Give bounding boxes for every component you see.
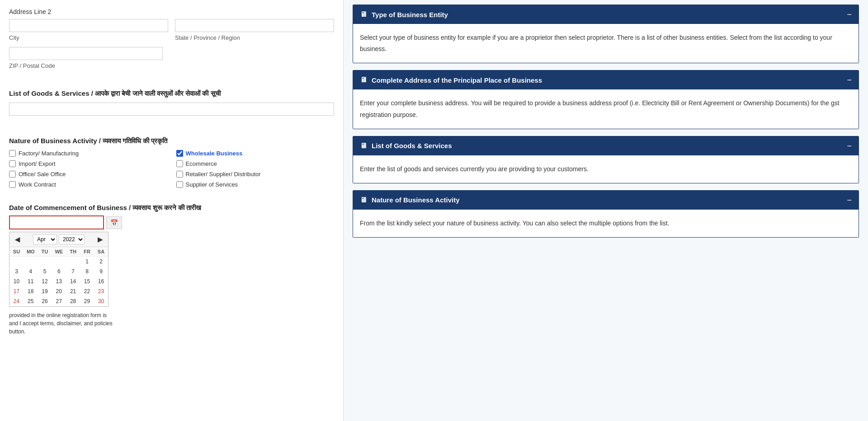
- cal-day[interactable]: 27: [52, 296, 66, 306]
- card-nature-title: Nature of Business Activity: [372, 196, 460, 204]
- wholesale-label: Wholesale Business: [186, 150, 243, 157]
- cal-day[interactable]: 16: [94, 276, 108, 286]
- cal-day[interactable]: 30: [94, 296, 108, 306]
- cal-day[interactable]: 5: [38, 267, 52, 276]
- calendar-prev-button[interactable]: ◀: [13, 236, 22, 243]
- city-label: City: [9, 34, 168, 41]
- calendar-selects: JanFebMarApr MayJunJulAug SepOctNovDec 2…: [33, 234, 85, 244]
- cal-day[interactable]: 17: [9, 286, 24, 296]
- cal-day[interactable]: 29: [80, 296, 94, 306]
- wholesale-checkbox[interactable]: [176, 150, 183, 157]
- factory-checkbox[interactable]: [9, 150, 16, 157]
- checkbox-import[interactable]: Import/ Export: [9, 160, 167, 167]
- day-header-th: TH: [66, 247, 80, 257]
- cal-day[interactable]: 11: [24, 276, 38, 286]
- date-input[interactable]: [9, 215, 104, 229]
- cal-day[interactable]: 1: [80, 257, 94, 267]
- state-label: State / Province / Region: [175, 34, 334, 41]
- calendar-popup: ◀ JanFebMarApr MayJunJulAug SepOctNovDec…: [9, 232, 108, 307]
- date-title: Date of Commencement of Business / व्यवस…: [9, 204, 334, 212]
- collapse-button-goods[interactable]: −: [847, 142, 852, 150]
- cal-day[interactable]: 18: [24, 286, 38, 296]
- card-nature-header-left: 🖥 Nature of Business Activity: [360, 196, 460, 204]
- collapse-button-nature[interactable]: −: [847, 196, 852, 204]
- cal-day[interactable]: 19: [38, 286, 52, 296]
- cal-day[interactable]: [66, 257, 80, 267]
- calendar-icon-button[interactable]: 📅: [106, 216, 122, 229]
- day-header-sa: SA: [94, 247, 108, 257]
- goods-services-section: List of Goods & Services / आपके द्वारा ब…: [9, 77, 334, 125]
- collapse-button-address[interactable]: −: [847, 76, 852, 84]
- cal-day[interactable]: 26: [38, 296, 52, 306]
- year-select[interactable]: 202020212022 20232024: [59, 234, 85, 244]
- cal-day[interactable]: [52, 257, 66, 267]
- card-address-header-left: 🖥 Complete Address of the Principal Plac…: [360, 76, 542, 84]
- cal-day[interactable]: 14: [66, 276, 80, 286]
- main-container: Address Line 2 City State / Province / R…: [0, 0, 868, 421]
- day-header-su: SU: [9, 247, 24, 257]
- cal-day[interactable]: 3: [9, 267, 24, 276]
- monitor-icon-goods: 🖥: [360, 142, 367, 150]
- date-input-row: 📅: [9, 215, 334, 229]
- cal-day[interactable]: 6: [52, 267, 66, 276]
- cal-day[interactable]: 8: [80, 267, 94, 276]
- office-checkbox[interactable]: [9, 171, 16, 178]
- address-line2-label: Address Line 2: [9, 8, 334, 15]
- goods-input[interactable]: [9, 103, 334, 116]
- supplier-checkbox[interactable]: [176, 181, 183, 188]
- card-business-entity-title: Type of Business Entity: [372, 11, 448, 19]
- cal-day[interactable]: 7: [66, 267, 80, 276]
- cal-day[interactable]: 12: [38, 276, 52, 286]
- cal-day[interactable]: 24: [9, 296, 24, 306]
- cal-day[interactable]: 9: [94, 267, 108, 276]
- cal-day[interactable]: 4: [24, 267, 38, 276]
- card-nature-header: 🖥 Nature of Business Activity −: [353, 191, 859, 210]
- cal-day[interactable]: 10: [9, 276, 24, 286]
- ecommerce-label: Ecommerce: [186, 160, 217, 167]
- cal-day[interactable]: 23: [94, 286, 108, 296]
- cal-day[interactable]: 15: [80, 276, 94, 286]
- work-label: Work Contract: [19, 181, 56, 188]
- zip-input[interactable]: [9, 47, 163, 60]
- goods-input-row: [9, 103, 334, 116]
- checkbox-factory[interactable]: Factory/ Manufacturing: [9, 150, 167, 157]
- cal-day[interactable]: [24, 257, 38, 267]
- zip-field-container: ZIP / Postal Code: [9, 47, 163, 69]
- cal-day[interactable]: [9, 257, 24, 267]
- month-select[interactable]: JanFebMarApr MayJunJulAug SepOctNovDec: [33, 234, 57, 244]
- cal-day[interactable]: 2: [94, 257, 108, 267]
- cal-day[interactable]: 22: [80, 286, 94, 296]
- left-panel: Address Line 2 City State / Province / R…: [0, 0, 344, 421]
- cal-day[interactable]: [38, 257, 52, 267]
- card-goods-services: 🖥 List of Goods & Services − Enter the l…: [353, 136, 859, 183]
- ecommerce-checkbox[interactable]: [176, 160, 183, 167]
- checkbox-retailer[interactable]: Retailer/ Supplier/ Distributor: [176, 171, 335, 178]
- card-nature-body: From the list kindly select your nature …: [353, 210, 859, 237]
- card-goods-services-title: List of Goods & Services: [372, 142, 452, 150]
- cal-day[interactable]: 28: [66, 296, 80, 306]
- calendar-next-button[interactable]: ▶: [96, 236, 104, 243]
- cal-day[interactable]: 21: [66, 286, 80, 296]
- date-section: Date of Commencement of Business / व्यवस…: [9, 204, 334, 336]
- import-checkbox[interactable]: [9, 160, 16, 167]
- checkbox-office[interactable]: Office/ Sale Office: [9, 171, 167, 178]
- retailer-label: Retailer/ Supplier/ Distributor: [186, 171, 261, 178]
- monitor-icon-nature: 🖥: [360, 196, 367, 204]
- calendar-nav: ◀ JanFebMarApr MayJunJulAug SepOctNovDec…: [9, 232, 108, 247]
- state-input[interactable]: [175, 19, 334, 32]
- checkbox-wholesale[interactable]: Wholesale Business: [176, 150, 335, 157]
- checkbox-supplier[interactable]: Supplier of Services: [176, 181, 335, 188]
- right-panel: 🖥 Type of Business Entity − Select your …: [344, 0, 868, 421]
- city-input[interactable]: [9, 19, 168, 32]
- cal-day[interactable]: 20: [52, 286, 66, 296]
- collapse-button-business-entity[interactable]: −: [847, 10, 852, 19]
- retailer-checkbox[interactable]: [176, 171, 183, 178]
- checkbox-work[interactable]: Work Contract: [9, 181, 167, 188]
- checkbox-ecommerce[interactable]: Ecommerce: [176, 160, 335, 167]
- disclosure-line2: and I accept terms, disclaimer, and poli…: [9, 320, 113, 327]
- cal-day[interactable]: 13: [52, 276, 66, 286]
- card-business-entity-body: Select your type of business entity for …: [353, 24, 859, 63]
- work-checkbox[interactable]: [9, 181, 16, 188]
- disclosure-line1: provided in the online registration form…: [9, 312, 107, 318]
- cal-day[interactable]: 25: [24, 296, 38, 306]
